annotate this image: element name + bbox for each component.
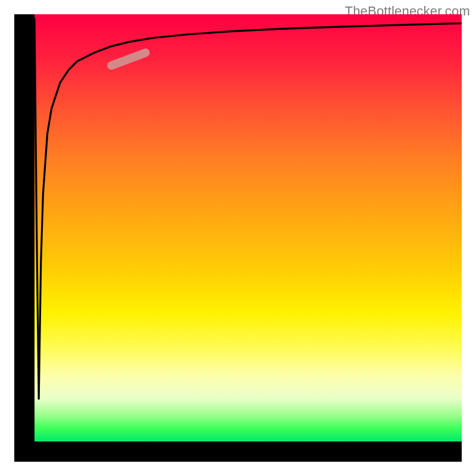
curve-layer (35, 14, 462, 441)
highlight-segment (111, 53, 145, 66)
bottleneck-curve (35, 18, 462, 399)
chart-canvas: TheBottlenecker.com (0, 0, 476, 476)
x-axis (14, 441, 462, 462)
y-axis (14, 14, 35, 462)
plot-area (35, 14, 462, 441)
